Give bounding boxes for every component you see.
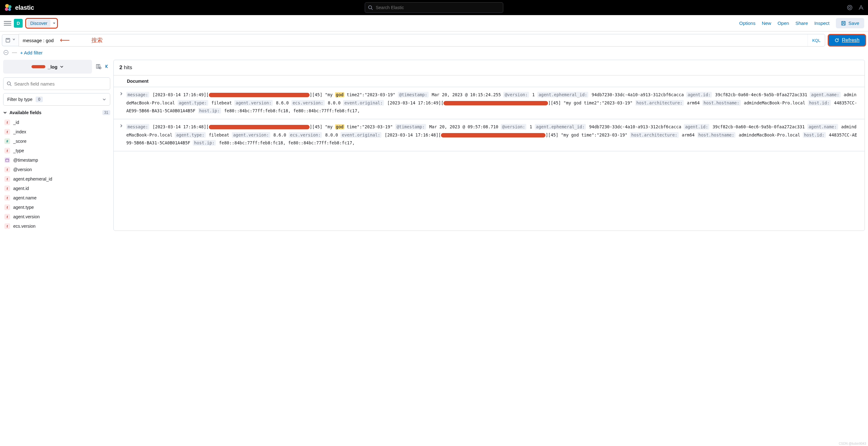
refresh-label: Refresh	[842, 37, 860, 43]
annotation-arrow: ⟵	[60, 36, 70, 44]
svg-rect-11	[96, 65, 98, 68]
filter-options-icon[interactable]	[3, 50, 9, 55]
saved-query-menu[interactable]	[2, 34, 19, 46]
doc-row: message: [2023-03-14 17:16:48][][45] "my…	[114, 119, 865, 151]
filter-bar: — + Add filter	[0, 49, 868, 57]
field-item[interactable]: tagent.version	[3, 212, 110, 221]
field-search-input[interactable]	[14, 81, 107, 87]
field-type-icon: #	[4, 138, 10, 144]
hits-header: 2 hits	[114, 60, 865, 75]
refresh-button[interactable]: Refresh	[828, 34, 866, 46]
field-item[interactable]: #_score	[3, 137, 110, 146]
open-link[interactable]: Open	[778, 21, 789, 26]
svg-line-5	[371, 8, 373, 10]
help-icon[interactable]	[846, 4, 853, 11]
app-toolbar: D Discover Options New Open Share Inspec…	[0, 15, 868, 31]
space-badge[interactable]: D	[14, 19, 23, 28]
field-type-icon: t	[4, 223, 10, 229]
field-item[interactable]: t_id	[3, 117, 110, 127]
field-item[interactable]: tagent.id	[3, 184, 110, 193]
field-list: t_idt_index#_scoret_type@timestampt@vers…	[3, 117, 110, 231]
index-pattern-picker[interactable]: _log	[3, 60, 92, 74]
available-fields-header[interactable]: Available fields 31	[3, 110, 110, 115]
query-input-wrap: ⟵ 搜索 KQL	[19, 34, 825, 46]
svg-rect-8	[841, 22, 845, 25]
chevron-down-icon	[12, 38, 16, 41]
doc-content: message: [2023-03-14 17:16:49][][45] "my…	[126, 91, 859, 115]
brand-name: elastic	[15, 4, 34, 11]
field-name: @version	[13, 167, 32, 172]
field-type-icon: t	[4, 195, 10, 201]
search-icon	[368, 5, 373, 10]
field-name: _index	[13, 129, 26, 134]
field-type-icon: t	[4, 214, 10, 219]
redacted-segment	[441, 133, 546, 137]
field-type-icon: t	[4, 204, 10, 210]
field-type-icon: t	[4, 185, 10, 191]
field-name: agent.version	[13, 214, 40, 219]
field-name: ecs.version	[13, 224, 36, 229]
field-name: agent.id	[13, 186, 29, 191]
top-header: elastic	[0, 0, 868, 15]
share-link[interactable]: Share	[795, 21, 808, 26]
breadcrumb-discover[interactable]: Discover	[27, 20, 51, 27]
field-name: _id	[13, 120, 19, 125]
newsfeed-icon[interactable]	[858, 4, 864, 11]
field-item[interactable]: tagent.type	[3, 203, 110, 212]
field-item[interactable]: tecs.version	[3, 221, 110, 231]
filter-by-type[interactable]: Filter by type 0	[3, 93, 110, 106]
search-icon	[7, 81, 12, 86]
collapse-icon[interactable]: —	[12, 50, 17, 55]
options-link[interactable]: Options	[739, 21, 755, 26]
chevron-down-icon	[3, 111, 7, 114]
kql-toggle[interactable]: KQL	[808, 34, 825, 46]
field-name: agent.ephemeral_id	[13, 176, 52, 181]
query-input[interactable]	[19, 38, 808, 43]
nav-toggle-icon[interactable]	[4, 20, 11, 27]
expand-row-icon[interactable]	[119, 92, 123, 96]
new-link[interactable]: New	[762, 21, 771, 26]
field-item[interactable]: t_type	[3, 146, 110, 156]
add-filter-button[interactable]: + Add filter	[20, 50, 42, 55]
field-name: _score	[13, 139, 27, 144]
collapse-sidebar-icon[interactable]	[104, 64, 110, 69]
expand-row-icon[interactable]	[119, 124, 123, 128]
elastic-logo[interactable]: elastic	[4, 3, 34, 12]
field-item[interactable]: tagent.name	[3, 193, 110, 203]
svg-point-4	[369, 6, 372, 9]
field-item[interactable]: @timestamp	[3, 156, 110, 165]
document-rows: message: [2023-03-14 17:16:49][][45] "my…	[114, 87, 865, 151]
discover-highlight: Discover	[25, 18, 58, 29]
field-name: agent.type	[13, 205, 34, 210]
field-type-icon: t	[4, 119, 10, 125]
inspect-link[interactable]: Inspect	[814, 21, 829, 26]
top-search-input[interactable]	[365, 2, 503, 13]
svg-point-7	[849, 7, 851, 9]
field-name: _type	[13, 148, 24, 153]
hits-label: hits	[124, 65, 132, 70]
main-area: _log Filter by type 0 Available fields 3…	[0, 57, 868, 233]
highlight-term: god	[335, 92, 344, 97]
available-fields-label: Available fields	[9, 110, 41, 115]
doc-row: message: [2023-03-14 17:16:49][][45] "my…	[114, 87, 865, 119]
add-field-icon[interactable]	[96, 64, 101, 69]
svg-point-13	[99, 67, 101, 69]
chevron-down-icon	[60, 65, 64, 69]
field-search	[3, 77, 110, 90]
field-item[interactable]: t_index	[3, 127, 110, 137]
sidebar: _log Filter by type 0 Available fields 3…	[3, 60, 110, 231]
svg-rect-16	[6, 159, 9, 162]
save-button[interactable]: Save	[836, 18, 864, 28]
redacted-segment	[443, 101, 548, 105]
field-type-icon: t	[4, 148, 10, 153]
field-name: @timestamp	[13, 158, 38, 163]
field-item[interactable]: t@version	[3, 165, 110, 174]
field-item[interactable]: tagent.ephemeral_id	[3, 174, 110, 184]
document-column-header: Document	[114, 75, 865, 87]
index-suffix: _log	[48, 64, 58, 70]
highlight-term: god	[335, 124, 344, 129]
svg-line-15	[10, 84, 11, 86]
annotation-text: 搜索	[91, 36, 103, 44]
chevron-down-icon	[102, 98, 106, 101]
chevron-down-icon[interactable]	[52, 22, 56, 25]
